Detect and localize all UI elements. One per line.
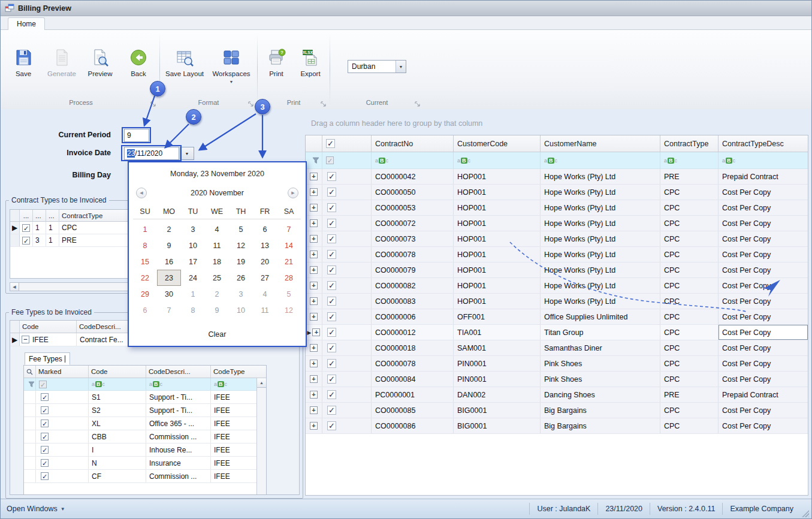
search-icon[interactable]: [24, 366, 36, 378]
tab-home[interactable]: Home: [8, 17, 45, 30]
table-row[interactable]: +✓CO0000086BIG0001Big BargainsCPCCost Pe…: [306, 418, 808, 434]
calendar-day[interactable]: 7: [277, 221, 301, 237]
row-expand-cell[interactable]: +: [306, 216, 322, 231]
row-select-checkbox[interactable]: ✓: [322, 247, 372, 262]
cell-contract-type[interactable]: CPC: [660, 185, 719, 200]
fee-marked-checkbox[interactable]: ✓: [36, 417, 89, 430]
table-row[interactable]: +✓CO0000050HOP001Hope Works (Pty) LtdCPC…: [306, 185, 808, 200]
fee-marked-column-header[interactable]: Marked: [36, 366, 89, 378]
row-select-checkbox[interactable]: ✓: [322, 262, 372, 277]
cell-fee-description[interactable]: Support - Ti...: [146, 391, 211, 403]
calendar-day[interactable]: 4: [205, 221, 229, 237]
table-row[interactable]: +✓CO0000006OFF001Office Supplies Unlimit…: [306, 309, 808, 325]
row-expand-cell[interactable]: +: [306, 200, 322, 215]
row-expand-cell[interactable]: +: [306, 231, 322, 246]
calendar-day-selected[interactable]: 23: [157, 270, 181, 286]
calendar-day[interactable]: 9: [157, 237, 181, 254]
calendar-day[interactable]: 30: [157, 286, 181, 302]
calendar-day[interactable]: 4: [253, 286, 277, 302]
fee-codetype-column-header[interactable]: CodeType: [211, 366, 266, 378]
row-expand-cell[interactable]: +: [306, 247, 322, 262]
cell-fee-code[interactable]: I: [89, 443, 146, 456]
cell-contract-no[interactable]: CO0000078: [372, 356, 454, 371]
table-row[interactable]: +✓CO0000078HOP001Hope Works (Pty) LtdCPC…: [306, 247, 808, 262]
cell-customer-code[interactable]: BIG0001: [454, 403, 541, 418]
cell-contract-type-desc[interactable]: Cost Per Copy: [719, 356, 808, 371]
cell-contract-type-desc[interactable]: Cost Per Copy: [719, 372, 808, 387]
dialog-launcher-icon[interactable]: [321, 101, 326, 106]
row-select-checkbox[interactable]: ✓: [322, 403, 372, 418]
cell-contract-no[interactable]: CO0000072: [372, 216, 454, 231]
cell-contract-type-desc[interactable]: Cost Per Copy: [719, 231, 808, 246]
calendar-day[interactable]: 16: [157, 254, 181, 270]
cell-contract-type[interactable]: CPC: [660, 340, 719, 355]
calendar-day[interactable]: 3: [181, 221, 205, 237]
contractno-filter-cell[interactable]: aBc: [372, 152, 454, 168]
cell-contract-no[interactable]: CO0000018: [372, 340, 454, 355]
cell-contract-col1[interactable]: 1: [33, 222, 46, 234]
column-header-customercode[interactable]: CustomerCode: [454, 135, 541, 152]
calendar-day[interactable]: 2: [157, 221, 181, 237]
cell-contract-no[interactable]: CO0000053: [372, 200, 454, 215]
row-expand-cell[interactable]: +: [306, 372, 322, 387]
fee-type-row[interactable]: ✓S2Support - Ti...IFEE: [24, 404, 266, 417]
table-row[interactable]: +✓CO0000082HOP001Hope Works (Pty) LtdCPC…: [306, 278, 808, 294]
row-select-checkbox[interactable]: ✓: [322, 418, 372, 433]
cell-fee-description[interactable]: Commission ...: [146, 470, 211, 482]
cell-contract-type-desc[interactable]: Cost Per Copy: [719, 200, 808, 215]
calendar-day[interactable]: 10: [229, 302, 253, 318]
row-select-checkbox[interactable]: ✓: [322, 216, 372, 231]
cell-customer-name[interactable]: Hope Works (Pty) Ltd: [541, 262, 660, 277]
cell-contract-type[interactable]: CPC: [660, 372, 719, 387]
cell-customer-code[interactable]: HOP001: [454, 294, 541, 309]
cell-contract-no[interactable]: CO0000006: [372, 309, 454, 324]
cell-contract-no[interactable]: CO0000083: [372, 294, 454, 309]
column-header-contractno[interactable]: ContractNo: [372, 135, 454, 152]
open-windows-button[interactable]: Open Windows ▼: [1, 505, 529, 513]
contract-col-1-header[interactable]: ...: [33, 210, 46, 221]
cell-contract-col2[interactable]: 1: [46, 234, 59, 246]
calendar-day[interactable]: 29: [133, 286, 157, 302]
cell-contract-no[interactable]: CO0000050: [372, 185, 454, 200]
fee-marked-checkbox[interactable]: ✓: [36, 443, 89, 456]
cell-contract-type-desc[interactable]: Cost Per Copy: [719, 278, 808, 293]
cell-contract-no[interactable]: CO0000078: [372, 247, 454, 262]
checkbox-filter-cell[interactable]: ✓: [322, 152, 372, 168]
calendar-day[interactable]: 3: [229, 286, 253, 302]
cell-contract-type-desc[interactable]: Cost Per Copy: [719, 325, 808, 340]
cell-contract-no[interactable]: CO0000085: [372, 403, 454, 418]
cell-customer-name[interactable]: Dancing Shoes: [541, 387, 660, 402]
cell-customer-code[interactable]: HOP001: [454, 231, 541, 246]
column-header-customername[interactable]: CustomerName: [541, 135, 660, 152]
cell-customer-name[interactable]: Hope Works (Pty) Ltd: [541, 278, 660, 293]
row-expand-cell[interactable]: ▶+: [306, 325, 322, 340]
cell-contract-type-desc[interactable]: Prepaid Contract: [719, 387, 808, 402]
cell-customer-code[interactable]: DAN002: [454, 387, 541, 402]
row-select-checkbox[interactable]: ✓: [322, 340, 372, 355]
cell-contract-type-desc[interactable]: Cost Per Copy: [719, 294, 808, 309]
workspaces-button[interactable]: Workspaces ▼: [207, 48, 255, 83]
fee-type-row[interactable]: ✓NInsuranceIFEE: [24, 457, 266, 470]
cell-fee-code[interactable]: S1: [89, 391, 146, 403]
cell-customer-code[interactable]: HOP001: [454, 262, 541, 277]
scroll-up-button[interactable]: ▲: [257, 378, 266, 388]
contracttypedesc-filter-cell[interactable]: aBc: [719, 152, 808, 168]
cell-customer-code[interactable]: OFF001: [454, 309, 541, 324]
calendar-day[interactable]: 8: [133, 237, 157, 254]
cell-contract-no[interactable]: PC0000001: [372, 387, 454, 402]
cell-contract-col2[interactable]: 1: [46, 222, 59, 234]
cell-contract-no[interactable]: CO0000079: [372, 262, 454, 277]
cell-customer-code[interactable]: HOP001: [454, 278, 541, 293]
cell-customer-name[interactable]: Hope Works (Pty) Ltd: [541, 216, 660, 231]
calendar-day[interactable]: 11: [253, 302, 277, 318]
select-all-checkbox[interactable]: ✓: [322, 135, 372, 152]
fee-type-row[interactable]: ✓S1Support - Ti...IFEE: [24, 391, 266, 404]
cell-fee-description[interactable]: Office 365 - ...: [146, 417, 211, 430]
table-row[interactable]: +✓CO0000072HOP001Hope Works (Pty) LtdCPC…: [306, 216, 808, 231]
cell-customer-name[interactable]: Hope Works (Pty) Ltd: [541, 294, 660, 309]
calendar-day[interactable]: 14: [277, 237, 301, 254]
dialog-launcher-icon[interactable]: [415, 101, 420, 106]
contracttype-filter-cell[interactable]: aBc: [660, 152, 719, 168]
cell-fee-description[interactable]: Insurance: [146, 457, 211, 469]
cell-customer-name[interactable]: Hope Works (Pty) Ltd: [541, 200, 660, 215]
